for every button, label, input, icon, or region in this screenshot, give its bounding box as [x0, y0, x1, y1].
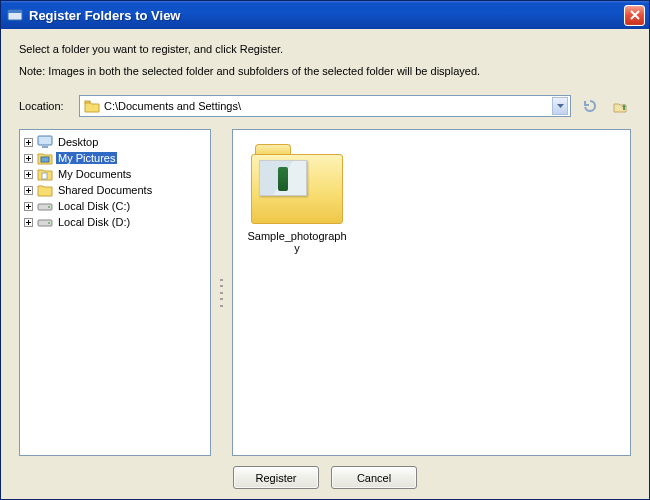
svg-point-8 — [48, 206, 50, 208]
note-text: Note: Images in both the selected folder… — [19, 65, 631, 77]
register-label: Register — [256, 472, 297, 484]
svg-rect-4 — [42, 146, 48, 148]
cancel-label: Cancel — [357, 472, 391, 484]
refresh-button[interactable] — [579, 95, 601, 117]
location-label: Location: — [19, 100, 71, 112]
folder-icon — [84, 98, 100, 114]
content-area: Select a folder you want to register, an… — [1, 29, 649, 499]
folder-large-icon — [249, 144, 345, 224]
tree-label: Shared Documents — [56, 184, 154, 196]
app-icon — [7, 7, 23, 23]
tree-item-shared-documents[interactable]: Shared Documents — [22, 182, 208, 198]
drive-icon — [37, 214, 53, 230]
svg-rect-1 — [8, 10, 22, 13]
desktop-icon — [37, 134, 53, 150]
register-button[interactable]: Register — [233, 466, 319, 489]
svg-point-10 — [48, 222, 50, 224]
up-button[interactable] — [609, 95, 631, 117]
folder-icon — [37, 182, 53, 198]
tree-item-desktop[interactable]: Desktop — [22, 134, 208, 150]
tree-label: Desktop — [56, 136, 100, 148]
dialog-window: Register Folders to View Select a folder… — [0, 0, 650, 500]
expander-icon[interactable] — [24, 202, 33, 211]
titlebar[interactable]: Register Folders to View — [1, 1, 649, 29]
tree-item-local-disk-c[interactable]: Local Disk (C:) — [22, 198, 208, 214]
folder-item[interactable]: Sample_photography — [247, 144, 347, 254]
expander-icon[interactable] — [24, 154, 33, 163]
panes: Desktop My Pictures My Documents Shared … — [19, 129, 631, 456]
expander-icon[interactable] — [24, 186, 33, 195]
tree-item-my-pictures[interactable]: My Pictures — [22, 150, 208, 166]
instruction-text: Select a folder you want to register, an… — [19, 43, 631, 55]
expander-icon[interactable] — [24, 218, 33, 227]
documents-icon — [37, 166, 53, 182]
svg-rect-6 — [42, 173, 47, 179]
location-field[interactable]: C:\Documents and Settings\ — [79, 95, 571, 117]
drive-icon — [37, 198, 53, 214]
tree-pane[interactable]: Desktop My Pictures My Documents Shared … — [19, 129, 211, 456]
cancel-button[interactable]: Cancel — [331, 466, 417, 489]
window-title: Register Folders to View — [29, 8, 624, 23]
splitter[interactable] — [219, 129, 224, 456]
svg-rect-3 — [38, 136, 52, 145]
svg-rect-2 — [85, 101, 90, 103]
svg-rect-5 — [41, 157, 49, 162]
tree-label: My Pictures — [56, 152, 117, 164]
pictures-icon — [37, 150, 53, 166]
folder-label: Sample_photography — [247, 230, 347, 254]
tree-label: Local Disk (D:) — [56, 216, 132, 228]
button-row: Register Cancel — [19, 456, 631, 489]
location-dropdown-button[interactable] — [552, 97, 568, 115]
view-pane[interactable]: Sample_photography — [232, 129, 631, 456]
thumbnail-icon — [259, 160, 307, 196]
tree-item-my-documents[interactable]: My Documents — [22, 166, 208, 182]
expander-icon[interactable] — [24, 170, 33, 179]
tree-label: My Documents — [56, 168, 133, 180]
tree-label: Local Disk (C:) — [56, 200, 132, 212]
tree-item-local-disk-d[interactable]: Local Disk (D:) — [22, 214, 208, 230]
expander-icon[interactable] — [24, 138, 33, 147]
close-button[interactable] — [624, 5, 645, 26]
location-row: Location: C:\Documents and Settings\ — [19, 95, 631, 117]
location-path: C:\Documents and Settings\ — [104, 100, 552, 112]
